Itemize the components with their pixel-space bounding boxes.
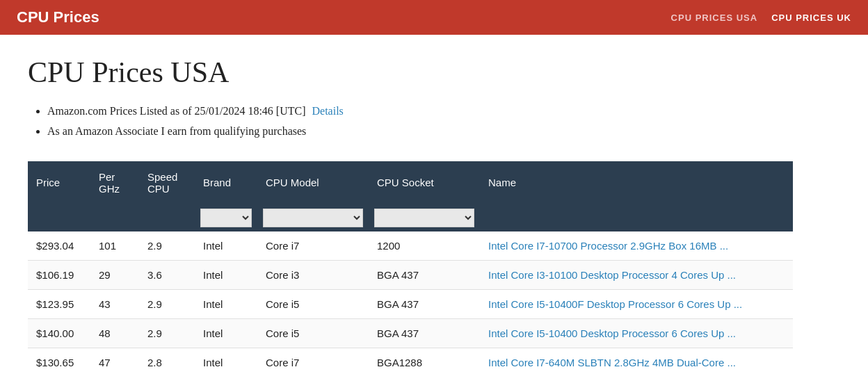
brand-filter-select[interactable]: Intel AMD xyxy=(200,209,252,227)
table-row: $140.00482.9IntelCore i5BGA 437Intel Cor… xyxy=(28,318,793,348)
cell-socket: BGA 437 xyxy=(369,260,480,289)
cell-speed: 2.9 xyxy=(139,289,195,318)
cell-name[interactable]: Intel Core I7-640M SLBTN 2.8GHz 4MB Dual… xyxy=(480,348,793,374)
cell-brand: Intel xyxy=(195,231,257,261)
filter-name-empty xyxy=(480,204,793,231)
info-item-2: As an Amazon Associate I earn from quali… xyxy=(47,122,793,142)
filter-brand-cell: Intel AMD xyxy=(195,204,257,231)
col-header-price: Price xyxy=(28,161,90,204)
table-row: $123.95432.9IntelCore i5BGA 437Intel Cor… xyxy=(28,289,793,318)
table-row: $106.19293.6IntelCore i3BGA 437Intel Cor… xyxy=(28,260,793,289)
table-container[interactable]: Price PerGHz SpeedCPU Brand CPU Model CP… xyxy=(28,161,793,374)
cell-socket: BGA 437 xyxy=(369,318,480,348)
cell-model: Core i7 xyxy=(257,348,369,374)
col-header-brand: Brand xyxy=(195,161,257,204)
cell-per: 47 xyxy=(90,348,139,374)
filter-price-empty xyxy=(28,204,90,231)
table-filter-row: Intel AMD Core i3 Core i5 Core i7 xyxy=(28,204,793,231)
filter-speed-empty xyxy=(139,204,195,231)
cell-socket: BGA1288 xyxy=(369,348,480,374)
filter-model-cell: Core i3 Core i5 Core i7 xyxy=(257,204,369,231)
table-header-row: Price PerGHz SpeedCPU Brand CPU Model CP… xyxy=(28,161,793,204)
cell-name[interactable]: Intel Core I3-10100 Desktop Processor 4 … xyxy=(480,260,793,289)
col-header-speed: SpeedCPU xyxy=(139,161,195,204)
cell-brand: Intel xyxy=(195,289,257,318)
model-filter-select[interactable]: Core i3 Core i5 Core i7 xyxy=(263,209,363,227)
header: CPU Prices CPU PRICES USA CPU PRICES UK xyxy=(0,0,868,35)
site-title: CPU Prices xyxy=(17,8,99,26)
cell-name[interactable]: Intel Core I5-10400F Desktop Processor 6… xyxy=(480,289,793,318)
cell-speed: 3.6 xyxy=(139,260,195,289)
col-header-socket: CPU Socket xyxy=(369,161,480,204)
table-row: $130.65472.8IntelCore i7BGA1288Intel Cor… xyxy=(28,348,793,374)
cell-model: Core i3 xyxy=(257,260,369,289)
cell-model: Core i5 xyxy=(257,318,369,348)
cell-price: $140.00 xyxy=(28,318,90,348)
cell-speed: 2.9 xyxy=(139,318,195,348)
socket-filter-select[interactable]: 1200 BGA 437 BGA1288 xyxy=(374,209,474,227)
cell-socket: 1200 xyxy=(369,231,480,261)
info-text-1: Amazon.com Prices Listed as of 25/01/202… xyxy=(47,105,306,117)
page-title: CPU Prices USA xyxy=(28,56,793,89)
table-row: $293.041012.9IntelCore i71200Intel Core … xyxy=(28,231,793,261)
cell-per: 29 xyxy=(90,260,139,289)
cell-speed: 2.8 xyxy=(139,348,195,374)
cell-socket: BGA 437 xyxy=(369,289,480,318)
cpu-table: Price PerGHz SpeedCPU Brand CPU Model CP… xyxy=(28,161,793,374)
main-content: CPU Prices USA Amazon.com Prices Listed … xyxy=(0,35,821,374)
cell-price: $130.65 xyxy=(28,348,90,374)
header-nav: CPU PRICES USA CPU PRICES UK xyxy=(671,13,851,23)
cell-speed: 2.9 xyxy=(139,231,195,261)
table-body: $293.041012.9IntelCore i71200Intel Core … xyxy=(28,231,793,374)
cell-name[interactable]: Intel Core I7-10700 Processor 2.9GHz Box… xyxy=(480,231,793,261)
cell-price: $293.04 xyxy=(28,231,90,261)
cell-model: Core i7 xyxy=(257,231,369,261)
cell-per: 101 xyxy=(90,231,139,261)
cell-model: Core i5 xyxy=(257,289,369,318)
cell-brand: Intel xyxy=(195,348,257,374)
cell-price: $123.95 xyxy=(28,289,90,318)
cell-brand: Intel xyxy=(195,260,257,289)
cell-price: $106.19 xyxy=(28,260,90,289)
cell-brand: Intel xyxy=(195,318,257,348)
col-header-per: PerGHz xyxy=(90,161,139,204)
info-list: Amazon.com Prices Listed as of 25/01/202… xyxy=(28,101,793,142)
filter-per-empty xyxy=(90,204,139,231)
nav-uk[interactable]: CPU PRICES UK xyxy=(771,13,851,23)
col-header-name: Name xyxy=(480,161,793,204)
nav-usa[interactable]: CPU PRICES USA xyxy=(671,13,758,23)
cell-per: 48 xyxy=(90,318,139,348)
details-link[interactable]: Details xyxy=(312,105,344,117)
info-item-1: Amazon.com Prices Listed as of 25/01/202… xyxy=(47,101,793,122)
filter-socket-cell: 1200 BGA 437 BGA1288 xyxy=(369,204,480,231)
cell-name[interactable]: Intel Core I5-10400 Desktop Processor 6 … xyxy=(480,318,793,348)
col-header-model: CPU Model xyxy=(257,161,369,204)
cell-per: 43 xyxy=(90,289,139,318)
